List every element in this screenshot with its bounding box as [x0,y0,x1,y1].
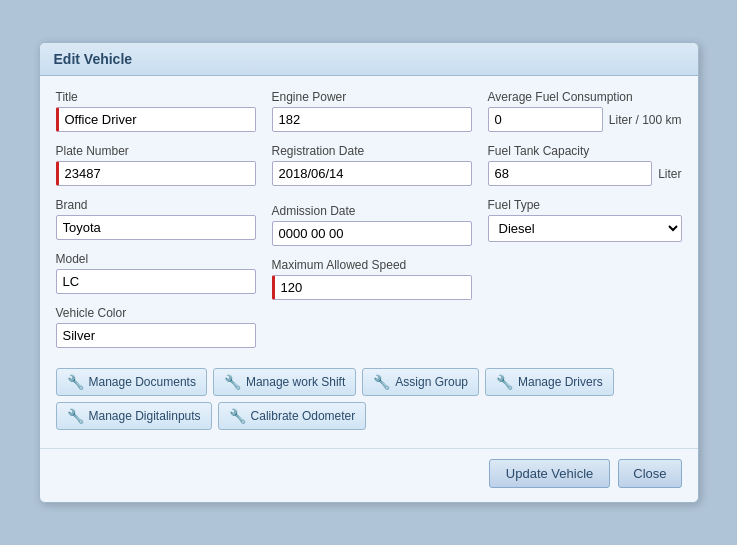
registration-date-label: Registration Date [272,144,472,158]
wrench-icon-2: 🔧 [224,374,241,390]
wrench-icon-5: 🔧 [67,408,84,424]
manage-digital-inputs-button[interactable]: 🔧 Manage Digitalinputs [56,402,212,430]
fuel-tank-label: Fuel Tank Capacity [488,144,682,158]
model-label: Model [56,252,256,266]
fuel-tank-input[interactable] [488,161,653,186]
title-label: Title [56,90,256,104]
fuel-type-label: Fuel Type [488,198,682,212]
edit-vehicle-dialog: Edit Vehicle Title Plate Number Brand Mo… [39,42,699,503]
wrench-icon-3: 🔧 [373,374,390,390]
plate-number-input[interactable] [56,161,256,186]
admission-date-input[interactable] [272,221,472,246]
vehicle-color-input[interactable] [56,323,256,348]
manage-work-shift-button[interactable]: 🔧 Manage work Shift [213,368,356,396]
update-vehicle-button[interactable]: Update Vehicle [489,459,610,488]
wrench-icon-6: 🔧 [229,408,246,424]
dialog-title: Edit Vehicle [40,43,698,76]
fuel-tank-unit: Liter [658,167,681,181]
manage-documents-button[interactable]: 🔧 Manage Documents [56,368,207,396]
close-button[interactable]: Close [618,459,681,488]
wrench-icon-4: 🔧 [496,374,513,390]
max-speed-label: Maximum Allowed Speed [272,258,472,272]
brand-input[interactable] [56,215,256,240]
brand-label: Brand [56,198,256,212]
manage-drivers-button[interactable]: 🔧 Manage Drivers [485,368,614,396]
avg-fuel-label: Average Fuel Consumption [488,90,682,104]
action-buttons-row: 🔧 Manage Documents 🔧 Manage work Shift 🔧… [56,368,682,396]
admission-date-label: Admission Date [272,204,472,218]
action-buttons-row-2: 🔧 Manage Digitalinputs 🔧 Calibrate Odome… [56,402,682,430]
max-speed-input[interactable] [272,275,472,300]
avg-fuel-unit: Liter / 100 km [609,113,682,127]
wrench-icon-1: 🔧 [67,374,84,390]
model-input[interactable] [56,269,256,294]
engine-power-label: Engine Power [272,90,472,104]
plate-number-label: Plate Number [56,144,256,158]
registration-date-input[interactable] [272,161,472,186]
calibrate-odometer-button[interactable]: 🔧 Calibrate Odometer [218,402,367,430]
avg-fuel-input[interactable] [488,107,603,132]
dialog-footer: Update Vehicle Close [40,448,698,502]
vehicle-color-label: Vehicle Color [56,306,256,320]
fuel-type-select[interactable]: Diesel Petrol Electric Hybrid [488,215,682,242]
assign-group-button[interactable]: 🔧 Assign Group [362,368,479,396]
engine-power-input[interactable] [272,107,472,132]
title-input[interactable] [56,107,256,132]
